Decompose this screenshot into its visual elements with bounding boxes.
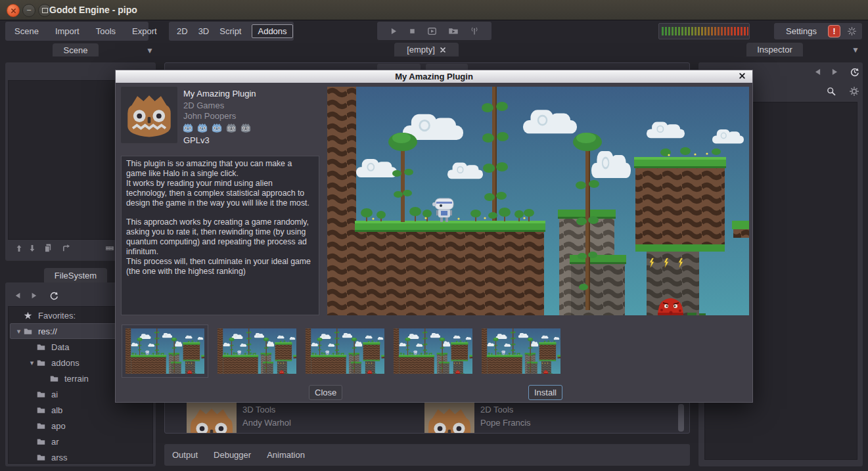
menu-item[interactable]: Tools [96,26,116,36]
window-title: Godot Engine - pipo [49,0,137,20]
assetlib-item-meta: 3D Tools Andy Warhol [242,403,291,433]
move-down-icon[interactable] [28,244,37,253]
filesystem-item-label: ar [51,437,59,447]
settings-button[interactable]: Settings [786,26,821,36]
plugin-license: GPLv3 [183,135,210,145]
workspace-tab[interactable]: 3D [198,26,210,36]
dialog-titlebar[interactable]: My Amazing Plugin [116,70,752,83]
workspace-switcher: 2D3DScriptAddons [169,22,294,41]
assetlib-item-title: 2D Tools [480,405,531,415]
plugin-dialog: My Amazing Plugin My Amazing Plugin 2D G… [115,70,753,403]
filesystem-item-label: res:// [38,326,57,336]
dialog-close-icon[interactable] [739,72,747,81]
plugin-icon [121,87,177,143]
bottom-panel-tab[interactable]: Output [172,450,198,460]
inspector-tools-gear-icon[interactable] [849,86,859,97]
history-back-icon[interactable] [14,292,22,300]
history-forward-icon[interactable] [30,292,37,300]
filesystem-tree-item[interactable]: arss [10,449,151,465]
indent-spacer [11,457,28,458]
plugin-category: 2D Games [183,101,224,110]
plugin-preview-thumbnail[interactable] [482,328,560,374]
stop-button[interactable] [408,27,417,35]
menu-item[interactable]: Import [55,26,80,36]
assetlib-item[interactable]: 3D Tools Andy Warhol [187,403,424,433]
plugin-preview-thumbnail[interactable] [122,325,208,378]
plugin-preview-thumbnail[interactable] [394,328,472,374]
dialog-title: My Amazing Plugin [395,72,473,81]
plugin-preview-thumbnail[interactable] [217,328,296,374]
plugin-rating [182,122,252,133]
folder-icon [49,374,60,383]
close-icon [11,8,16,14]
reparent-node-icon[interactable] [60,243,71,254]
filesystem-item-label: terrain [64,374,89,384]
play-custom-scene-button[interactable] [448,26,459,36]
window-minimize-button[interactable]: – [22,4,35,17]
plugin-preview-image [327,87,749,315]
rating-godot-icon [182,122,194,133]
filesystem-item-label: alb [51,405,62,415]
rating-godot-icon [196,122,208,133]
assetlib-item-icon [187,403,237,433]
expand-arrow-icon[interactable]: ▾ [14,327,23,336]
play-button[interactable] [389,27,398,35]
scene-dock-menu-arrow[interactable]: ▼ [146,46,154,55]
deploy-remote-debug-button[interactable] [469,26,480,36]
filesystem-item-label: ai [51,390,58,399]
plugin-description[interactable]: This plugin is so amazing that you can m… [121,156,319,315]
play-scene-button[interactable] [427,26,437,36]
folder-icon [36,359,47,367]
inspector-dock-menu-arrow[interactable]: ▼ [852,45,859,55]
assetlib-item-icon [424,403,474,433]
close-scene-tab-icon[interactable] [440,47,446,53]
rating-godot-icon [211,122,223,133]
godot-editor-window: – Godot Engine - pipo SceneImportToolsEx… [0,0,868,471]
plugin-name: My Amazing Plugin [183,89,256,99]
movie-maker-icon[interactable] [104,244,116,253]
inspector-back-icon[interactable] [814,68,823,76]
filesystem-tree-item[interactable]: ar [10,434,151,449]
filesystem-dock-tab[interactable]: FileSystem [44,268,107,282]
filesystem-tree-item[interactable]: apo [10,418,151,434]
inspector-search-icon[interactable] [826,86,836,97]
duplicate-node-icon[interactable] [43,243,53,254]
assetlib-item-meta: 2D Tools Pope Francis [480,403,531,433]
indent-spacer [11,347,28,348]
filesystem-tree-item[interactable]: alb [10,402,151,418]
open-scene-tab[interactable]: [empty] [394,43,459,56]
inspector-history-icon[interactable] [849,66,860,78]
menu-item[interactable]: Scene [14,26,39,36]
assetlib-scrollbar[interactable] [678,404,684,432]
alert-icon[interactable]: ! [828,25,840,37]
dialog-close-button[interactable]: Close [309,385,342,400]
inspector-dock-tab[interactable]: Inspector [746,43,803,56]
update-spinner-icon[interactable] [847,26,857,36]
maximize-icon [42,8,48,13]
workspace-tab[interactable]: Addons [252,24,292,38]
workspace-tab[interactable]: Script [219,26,241,36]
move-up-icon[interactable] [14,244,24,253]
scene-dock-tab[interactable]: Scene [53,43,99,56]
bottom-panel-tab[interactable]: Animation [267,450,305,460]
assetlib-item-author: Pope Francis [480,418,531,428]
bottom-panel-tab[interactable]: Debugger [214,450,251,460]
folder-icon [36,406,47,415]
dialog-install-button[interactable]: Install [528,385,562,400]
assetlib-item[interactable]: 2D Tools Pope Francis [424,403,662,433]
star-icon [23,311,34,320]
expand-arrow-icon[interactable]: ▾ [28,359,36,367]
inspector-forward-icon[interactable] [830,68,838,76]
indent-spacer [11,394,28,395]
plugin-preview-thumbnail[interactable] [306,328,384,374]
window-close-button[interactable] [7,4,20,17]
minimize-icon: – [27,5,31,13]
window-titlebar[interactable]: – Godot Engine - pipo [0,0,868,20]
assetlib-item-list: 3D Tools Andy Warhol 2D Tools Pope Franc… [187,403,662,433]
workspace-tab[interactable]: 2D [177,26,188,36]
plugin-thumbnail-strip [122,324,560,378]
folder-icon [36,343,47,351]
indent-spacer [11,363,28,363]
refresh-icon[interactable] [49,290,59,301]
menu-item[interactable]: Export [132,26,157,36]
